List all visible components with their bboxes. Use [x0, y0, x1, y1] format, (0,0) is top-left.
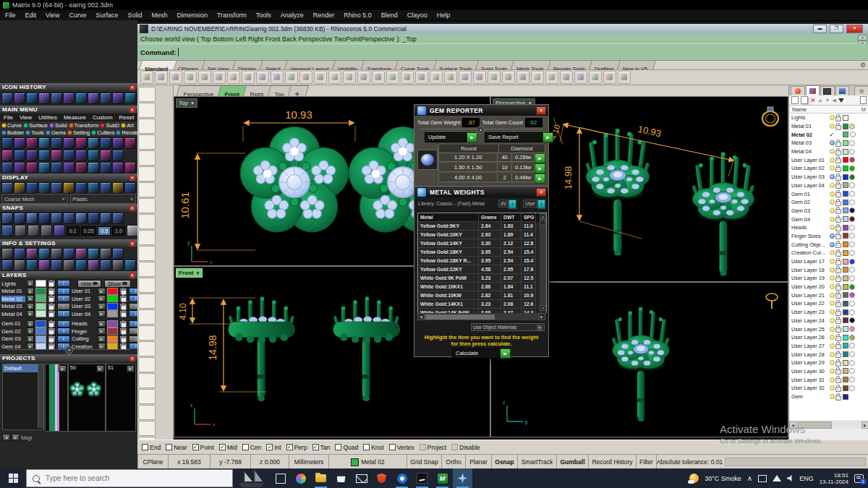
- checkbox-icon[interactable]: ✓: [266, 444, 273, 450]
- checkbox-icon[interactable]: ✓: [219, 444, 226, 450]
- layer-color-swatch[interactable]: [843, 335, 848, 341]
- lock-icon[interactable]: [835, 192, 841, 197]
- palette-tool-5[interactable]: [138, 166, 156, 181]
- osnap-knot[interactable]: Knot: [363, 444, 384, 451]
- sidebar-layer-metal-02[interactable]: Metal 02▶I: [1, 295, 70, 302]
- mm-icon-9[interactable]: [112, 137, 124, 149]
- layer-row[interactable]: User Layer 01: [789, 155, 868, 164]
- scroll-right-icon[interactable]: ▶: [538, 313, 545, 320]
- metal-table-row[interactable]: White Gold:9K PdW3.232.0712.5: [418, 274, 546, 283]
- material-circle-icon[interactable]: [849, 301, 855, 307]
- palette-tool-3[interactable]: [138, 134, 156, 150]
- layer-row[interactable]: Metal 01: [789, 122, 868, 131]
- expand-icon[interactable]: ▶: [98, 310, 106, 317]
- toolbar-icon-15[interactable]: [357, 71, 370, 84]
- scroll-up-icon[interactable]: ▲: [540, 213, 546, 219]
- material-circle-icon[interactable]: [849, 225, 855, 231]
- main-menu-tab-builder[interactable]: Builder: [1, 129, 24, 136]
- close-icon[interactable]: ✕: [129, 107, 135, 113]
- info-icon-3[interactable]: [38, 248, 50, 260]
- checkbox-icon[interactable]: ✓: [312, 444, 319, 450]
- layer-color-swatch[interactable]: [107, 295, 118, 302]
- layer-color-swatch[interactable]: [843, 157, 848, 163]
- visibility-bulb-icon[interactable]: [830, 377, 835, 382]
- palette-tool-6[interactable]: [138, 182, 156, 197]
- snap-icon-8[interactable]: [100, 213, 111, 224]
- expand-icon[interactable]: ▶: [98, 335, 106, 343]
- material-circle-icon[interactable]: [849, 191, 855, 197]
- layer-row[interactable]: User Layer 19: [789, 274, 868, 283]
- disp-icon-6[interactable]: [75, 182, 87, 194]
- status-x-19-583[interactable]: x 19.583: [168, 455, 210, 469]
- material-circle-icon[interactable]: [849, 216, 855, 222]
- layer-row[interactable]: User Layer 23: [789, 308, 868, 317]
- visibility-bulb-icon[interactable]: [830, 293, 835, 298]
- visibility-bulb-icon[interactable]: [830, 250, 835, 255]
- material-circle-icon[interactable]: [849, 233, 855, 239]
- hist-icon-10[interactable]: [124, 93, 136, 104]
- palette-tool-16[interactable]: [138, 341, 156, 356]
- layer-color-swatch[interactable]: [35, 303, 46, 310]
- visibility-bulb-icon[interactable]: [830, 183, 835, 188]
- lock-icon[interactable]: [835, 378, 841, 383]
- metal-table-row[interactable]: Yellow Gold:14KY3.302.1212.8: [418, 239, 546, 248]
- mm2-icon-9[interactable]: [112, 150, 124, 161]
- main-menu-tab-solid[interactable]: Solid: [49, 122, 67, 129]
- toolbar-icon-6[interactable]: [227, 71, 240, 84]
- menu-file[interactable]: File: [5, 12, 16, 19]
- dv-toggle-icon[interactable]: I: [509, 200, 516, 209]
- visibility-bulb-icon[interactable]: [830, 234, 835, 239]
- wifi-icon[interactable]: [773, 475, 781, 481]
- visibility-bulb-icon[interactable]: [830, 158, 835, 163]
- layer-row[interactable]: User Layer 31: [789, 375, 868, 384]
- palette-tool-4[interactable]: [138, 150, 156, 166]
- lock-icon[interactable]: [835, 336, 841, 341]
- sidebar-layer-user-01[interactable]: User 01▶I: [72, 288, 142, 295]
- material-circle-icon[interactable]: [849, 309, 855, 315]
- expand-icon[interactable]: ▶: [98, 328, 106, 335]
- layer-row[interactable]: Lights: [789, 114, 868, 122]
- mm2-icon-5[interactable]: [63, 150, 75, 161]
- info-icon-2[interactable]: [26, 248, 38, 260]
- sidebar-layer-finger[interactable]: Finger▶○: [72, 328, 142, 335]
- layer-color-swatch[interactable]: [843, 343, 848, 348]
- expand-icon[interactable]: ▶: [27, 295, 35, 302]
- toolbar-icon-22[interactable]: [459, 71, 472, 84]
- layer-color-swatch[interactable]: [843, 182, 848, 188]
- layer-color-swatch[interactable]: [843, 284, 848, 290]
- lock-icon[interactable]: [835, 286, 841, 291]
- store-icon[interactable]: [331, 468, 351, 488]
- lock-icon[interactable]: [835, 116, 841, 121]
- layer-color-swatch[interactable]: [843, 200, 848, 205]
- layer-row[interactable]: User Layer 24: [789, 317, 868, 325]
- lock-icon[interactable]: [835, 209, 841, 214]
- lock-icon[interactable]: [835, 234, 841, 239]
- main-menu-tab-gems[interactable]: Gems: [46, 129, 66, 136]
- info2-icon-0[interactable]: [1, 260, 13, 271]
- project-thumb-50[interactable]: 50 ▶: [68, 364, 106, 432]
- expand-icon[interactable]: ▶: [27, 303, 35, 310]
- material-circle-icon[interactable]: [849, 241, 855, 247]
- info2-icon-4[interactable]: [51, 260, 62, 271]
- visibility-bulb-icon[interactable]: [830, 284, 835, 289]
- action-center-icon[interactable]: 1: [854, 474, 864, 483]
- material-circle-icon[interactable]: [849, 207, 855, 213]
- close-icon[interactable]: ✕: [536, 188, 546, 197]
- tab-properties[interactable]: [791, 86, 805, 95]
- sidebar-layer-gem-03[interactable]: Gem 03▶I: [1, 335, 70, 343]
- mm-icon-10[interactable]: [124, 137, 136, 149]
- disp-icon-5[interactable]: [63, 182, 75, 194]
- sidebar-layer-gem-02[interactable]: Gem 02▶I: [1, 328, 70, 335]
- layer-row[interactable]: User Layer 25: [789, 325, 868, 333]
- lock-icon[interactable]: [835, 311, 841, 316]
- close-icon[interactable]: ✕: [536, 106, 546, 115]
- main-menu-tab-setting[interactable]: Setting: [67, 129, 90, 136]
- layer-row[interactable]: Metal 04: [789, 147, 868, 156]
- menu-tools[interactable]: Tools: [256, 12, 271, 19]
- disp-icon-10[interactable]: [124, 182, 136, 194]
- mm-icon-5[interactable]: [63, 162, 75, 174]
- snap-icon-7[interactable]: [88, 213, 99, 224]
- info2-icon-2[interactable]: [26, 260, 38, 271]
- weather-icon[interactable]: [689, 474, 699, 483]
- lock-icon[interactable]: [835, 328, 841, 333]
